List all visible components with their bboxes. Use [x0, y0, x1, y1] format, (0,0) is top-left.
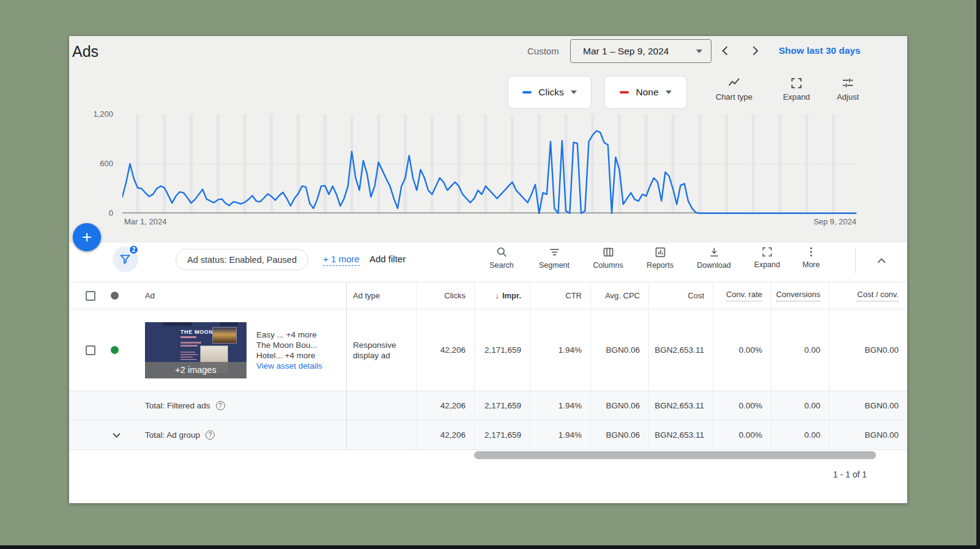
tool-label: Segment — [539, 261, 570, 270]
chevron-down-icon[interactable] — [111, 429, 122, 441]
page-title: Ads — [72, 43, 98, 61]
column-header-ctr[interactable]: CTR — [530, 282, 590, 309]
next-period-button[interactable] — [744, 40, 766, 62]
total-cost-per-conv: BGN0.00 — [829, 421, 907, 449]
view-asset-details-link[interactable]: View asset details — [256, 361, 325, 371]
reports-tool-button[interactable]: Reports — [640, 246, 680, 279]
select-all-checkbox[interactable] — [86, 291, 95, 301]
total-avg-cpc: BGN0.06 — [590, 391, 648, 420]
column-header-cost[interactable]: Cost — [648, 282, 713, 309]
tool-label: Search — [489, 261, 514, 270]
chevron-up-icon — [875, 255, 888, 267]
previous-period-button[interactable] — [715, 40, 737, 62]
conv-rate-value: 0.00% — [713, 309, 771, 391]
x-axis-start-label: Mar 1, 2024 — [124, 217, 166, 226]
ad-status-filter-chip[interactable]: Ad status: Enabled, Paused — [176, 249, 308, 270]
chevron-down-icon — [571, 90, 577, 94]
search-tool-button[interactable]: Search — [481, 246, 522, 279]
columns-icon — [602, 246, 615, 259]
thumbnail-decor — [180, 342, 201, 344]
column-header-cost-per-conv[interactable]: Cost / conv. — [829, 282, 907, 309]
thumbnail-decor — [180, 359, 196, 360]
total-clicks: 42,206 — [416, 421, 474, 449]
column-header-ad-type[interactable]: Ad type — [346, 282, 416, 309]
chart-type-button[interactable]: Chart type — [707, 76, 762, 107]
add-filter-button[interactable]: Add filter — [369, 254, 406, 264]
primary-metric-dropdown[interactable]: Clicks — [508, 76, 592, 109]
screen-edge — [0, 545, 980, 549]
search-icon — [496, 246, 508, 259]
primary-metric-color-icon — [522, 91, 532, 94]
ctr-value: 1.94% — [530, 309, 590, 391]
total-conv-rate: 0.00% — [713, 391, 771, 420]
total-conversions: 0.00 — [771, 391, 829, 420]
column-header-conversions[interactable]: Conversions — [771, 282, 829, 309]
tool-label: More — [803, 260, 820, 269]
primary-metric-label: Clicks — [538, 87, 563, 98]
thumbnail-decor — [180, 345, 198, 347]
screen-edge — [976, 0, 980, 549]
tool-label: Columns — [593, 261, 623, 270]
reports-icon — [654, 246, 667, 259]
y-axis-tick-1200: 1,200 — [74, 109, 113, 120]
chart-section: Ads Custom Mar 1 – Sep 9, 2024 Show last… — [69, 36, 907, 243]
clicks-value: 42,206 — [416, 309, 474, 391]
download-tool-button[interactable]: Download — [694, 246, 734, 279]
avg-cpc-value: BGN0.06 — [590, 309, 648, 391]
table-row: THE MOON +2 images Easy ... +4 more — [69, 309, 907, 391]
more-tool-button[interactable]: More — [791, 246, 831, 279]
total-filtered-label: Total: Filtered ads — [145, 401, 210, 410]
segment-tool-button[interactable]: Segment — [534, 246, 574, 279]
column-header-impressions[interactable]: ↓Impr. — [474, 282, 530, 309]
expand-chart-button[interactable]: Expand — [769, 76, 824, 107]
line-chart-icon — [727, 76, 741, 90]
desktop-background: Ads Custom Mar 1 – Sep 9, 2024 Show last… — [0, 0, 980, 549]
collapse-table-button[interactable] — [869, 249, 894, 273]
create-ad-fab[interactable]: + — [73, 223, 101, 251]
total-filtered-ads-row: Total: Filtered ads? 42,206 2,171,659 1.… — [69, 391, 907, 421]
expand-table-tool-button[interactable]: Expand — [747, 246, 787, 279]
segment-icon — [548, 246, 561, 259]
date-range-value: Mar 1 – Sep 9, 2024 — [583, 46, 669, 57]
chevron-down-icon — [666, 90, 672, 94]
ad-type-value: Responsive display ad — [346, 309, 416, 391]
filter-funnel-icon — [119, 252, 132, 266]
thumbnail-decor — [220, 322, 238, 326]
total-cost-per-conv: BGN0.00 — [829, 391, 907, 420]
thumbnail-photo — [212, 327, 237, 344]
total-clicks: 42,206 — [416, 391, 474, 420]
total-impressions: 2,171,659 — [474, 421, 530, 449]
date-range-selector[interactable]: Mar 1 – Sep 9, 2024 — [570, 39, 711, 63]
filter-count-badge: 2 — [128, 245, 139, 255]
thumbnail-decor — [180, 354, 198, 355]
cost-per-conv-value: BGN0.00 — [829, 309, 907, 391]
columns-tool-button[interactable]: Columns — [588, 246, 628, 279]
adjust-button[interactable]: Adjust — [820, 76, 875, 107]
filter-toolbar: 2 Ad status: Enabled, Paused + 1 more Ad… — [69, 243, 907, 282]
help-icon[interactable]: ? — [216, 401, 225, 410]
secondary-metric-dropdown[interactable]: None — [604, 76, 687, 109]
more-images-overlay[interactable]: +2 images — [145, 362, 247, 378]
column-header-conv-rate[interactable]: Conv. rate — [713, 282, 771, 309]
status-enabled-icon — [111, 346, 119, 354]
total-impressions: 2,171,659 — [474, 391, 530, 420]
expand-icon — [790, 76, 803, 90]
row-checkbox[interactable] — [86, 345, 95, 355]
ad-description-summary: Hotel... +4 more — [256, 350, 325, 361]
sort-descending-icon: ↓ — [495, 291, 499, 300]
column-header-ad[interactable]: Ad — [138, 282, 346, 309]
show-last-30-days-link[interactable]: Show last 30 days — [779, 45, 861, 56]
more-vertical-dots-icon — [805, 246, 817, 258]
ad-headline-summary: Easy ... +4 more — [256, 330, 325, 340]
help-icon[interactable]: ? — [206, 430, 215, 440]
chart-type-label: Chart type — [716, 92, 752, 101]
conversions-value: 0.00 — [771, 309, 829, 391]
secondary-metric-label: None — [636, 87, 658, 98]
horizontal-scrollbar[interactable] — [474, 451, 876, 459]
column-header-clicks[interactable]: Clicks — [416, 282, 474, 309]
ads-table: Ad Ad type Clicks ↓Impr. CTR Avg. CPC Co… — [69, 282, 907, 503]
column-header-avg-cpc[interactable]: Avg. CPC — [590, 282, 648, 309]
ad-thumbnail[interactable]: THE MOON +2 images — [145, 322, 247, 378]
filter-funnel-button[interactable]: 2 — [113, 246, 138, 272]
more-filters-link[interactable]: + 1 more — [323, 254, 360, 266]
